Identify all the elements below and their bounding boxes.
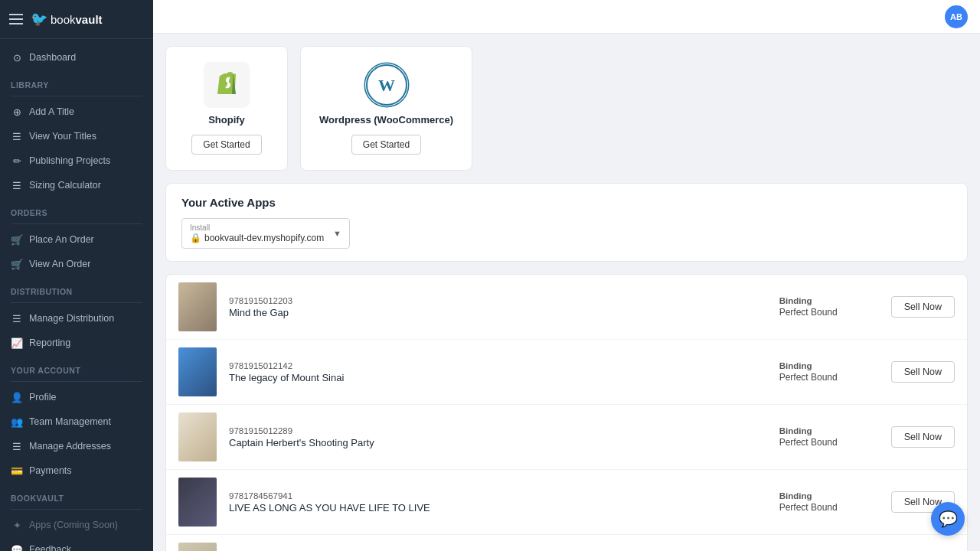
logo: 🐦 bookvault bbox=[31, 11, 103, 28]
place-order-icon: 🛒 bbox=[11, 233, 23, 246]
sell-now-button[interactable]: Sell Now bbox=[891, 296, 955, 318]
table-row: 9781915012296 Molière and the tradition … bbox=[166, 535, 967, 551]
sidebar-nav: ⊙ Dashboard Library ⊕ Add A Title ☰ View… bbox=[0, 39, 153, 551]
sidebar-item-manage-distribution[interactable]: ☰ Manage Distribution bbox=[0, 306, 153, 331]
install-select[interactable]: Install 🔒 bookvault-dev.myshopify.com ▼ bbox=[181, 218, 350, 249]
table-row: 9781915012203 Mind the Gap Binding Perfe… bbox=[166, 275, 967, 340]
hamburger-menu-button[interactable] bbox=[9, 14, 23, 24]
table-row: 9781915012142 The legacy of Mount Sinai … bbox=[166, 340, 967, 405]
binding-info: Binding Perfect Bound bbox=[779, 296, 879, 318]
binding-value: Perfect Bound bbox=[779, 502, 879, 513]
sidebar-item-add-title[interactable]: ⊕ Add A Title bbox=[0, 99, 153, 124]
sidebar-item-reporting[interactable]: 📈 Reporting bbox=[0, 331, 153, 355]
sidebar-item-label: Manage Addresses bbox=[29, 441, 111, 452]
binding-info: Binding Perfect Bound bbox=[779, 491, 879, 513]
book-thumbnail bbox=[178, 412, 217, 461]
binding-label: Binding bbox=[779, 426, 879, 435]
sizing-icon: ☰ bbox=[11, 179, 23, 191]
sidebar-item-label: Place An Order bbox=[29, 234, 94, 245]
binding-info: Binding Perfect Bound bbox=[779, 426, 879, 448]
install-value: bookvault-dev.myshopify.com bbox=[204, 233, 324, 243]
topbar: AB bbox=[153, 0, 980, 34]
shopify-logo-svg bbox=[204, 62, 250, 108]
shopify-name: Shopify bbox=[208, 114, 245, 126]
sidebar-item-label: Feedback bbox=[29, 544, 71, 551]
payments-icon: 💳 bbox=[11, 465, 23, 477]
sidebar-item-team-management[interactable]: 👥 Team Management bbox=[0, 409, 153, 434]
content-area: Shopify Get Started W Wordpress (WooComm… bbox=[153, 34, 980, 551]
binding-label: Binding bbox=[779, 296, 879, 305]
book-isbn: 9781915012142 bbox=[229, 361, 767, 370]
reporting-icon: 📈 bbox=[11, 337, 23, 349]
distribution-divider bbox=[11, 302, 142, 303]
library-section-label: Library bbox=[0, 70, 153, 93]
add-title-icon: ⊕ bbox=[11, 106, 23, 118]
view-order-icon: 🛒 bbox=[11, 258, 23, 270]
sell-now-button[interactable]: Sell Now bbox=[891, 426, 955, 448]
book-isbn: 9781915012289 bbox=[229, 426, 767, 435]
view-titles-icon: ☰ bbox=[11, 130, 23, 142]
chat-bubble-button[interactable]: 💬 bbox=[931, 502, 965, 536]
sidebar-item-label: Add A Title bbox=[29, 106, 74, 117]
binding-value: Perfect Bound bbox=[779, 307, 879, 318]
sidebar-item-sizing-calculator[interactable]: ☰ Sizing Calculator bbox=[0, 173, 153, 197]
titles-section: 9781915012203 Mind the Gap Binding Perfe… bbox=[165, 274, 968, 551]
book-isbn: 9781784567941 bbox=[229, 491, 767, 500]
sidebar-item-manage-addresses[interactable]: ☰ Manage Addresses bbox=[0, 434, 153, 458]
install-row: Install 🔒 bookvault-dev.myshopify.com ▼ bbox=[181, 218, 952, 249]
sidebar-item-dashboard[interactable]: ⊙ Dashboard bbox=[0, 45, 153, 70]
address-icon: ☰ bbox=[11, 440, 23, 452]
shopify-get-started-button[interactable]: Get Started bbox=[191, 135, 261, 155]
book-thumbnail bbox=[178, 282, 217, 331]
wordpress-logo: W bbox=[364, 62, 410, 108]
sidebar-item-label: Manage Distribution bbox=[29, 313, 114, 324]
sidebar-item-view-titles[interactable]: ☰ View Your Titles bbox=[0, 124, 153, 148]
account-section-label: Your Account bbox=[0, 355, 153, 378]
book-title: Mind the Gap bbox=[229, 307, 767, 318]
wordpress-logo-svg: W bbox=[364, 62, 410, 108]
wordpress-get-started-button[interactable]: Get Started bbox=[351, 135, 421, 155]
book-title: The legacy of Mount Sinai bbox=[229, 372, 767, 383]
sidebar-item-publishing-projects[interactable]: ✏ Publishing Projects bbox=[0, 148, 153, 173]
sidebar-item-place-order[interactable]: 🛒 Place An Order bbox=[0, 227, 153, 252]
shopify-logo bbox=[204, 62, 250, 108]
book-title: Captain Herbert's Shooting Party bbox=[229, 437, 767, 448]
binding-label: Binding bbox=[779, 491, 879, 500]
sidebar: 🐦 bookvault ⊙ Dashboard Library ⊕ Add A … bbox=[0, 0, 153, 551]
shopify-card: Shopify Get Started bbox=[165, 46, 288, 171]
lock-icon: 🔒 bbox=[190, 233, 201, 243]
book-info: 9781915012142 The legacy of Mount Sinai bbox=[229, 361, 767, 383]
sidebar-item-label: Reporting bbox=[29, 337, 70, 348]
bookvault-divider bbox=[11, 509, 142, 510]
wordpress-card: W Wordpress (WooCommerce) Get Started bbox=[300, 46, 472, 171]
sidebar-item-view-order[interactable]: 🛒 View An Order bbox=[0, 252, 153, 276]
book-isbn: 9781915012203 bbox=[229, 296, 767, 305]
team-icon: 👥 bbox=[11, 416, 23, 428]
sidebar-item-payments[interactable]: 💳 Payments bbox=[0, 458, 153, 483]
sidebar-item-label: Profile bbox=[29, 392, 56, 403]
library-divider bbox=[11, 96, 142, 96]
sidebar-header: 🐦 bookvault bbox=[0, 0, 153, 39]
book-info: 9781915012203 Mind the Gap bbox=[229, 296, 767, 318]
chat-icon: 💬 bbox=[939, 510, 958, 528]
app-cards-row: Shopify Get Started W Wordpress (WooComm… bbox=[165, 46, 968, 171]
main-content: AB Shopify Get Started bbox=[153, 0, 980, 551]
book-title: LIVE AS LONG AS YOU HAVE LIFE TO LIVE bbox=[229, 502, 767, 514]
book-info: 9781915012289 Captain Herbert's Shooting… bbox=[229, 426, 767, 448]
binding-info: Binding Perfect Bound bbox=[779, 361, 879, 383]
profile-icon: 👤 bbox=[11, 391, 23, 403]
book-info: 9781784567941 LIVE AS LONG AS YOU HAVE L… bbox=[229, 491, 767, 514]
sell-now-button[interactable]: Sell Now bbox=[891, 361, 955, 383]
binding-label: Binding bbox=[779, 361, 879, 370]
sidebar-item-feedback[interactable]: 💬 Feedback bbox=[0, 537, 153, 551]
svg-text:W: W bbox=[378, 76, 395, 95]
chevron-down-icon: ▼ bbox=[333, 229, 341, 238]
orders-section-label: Orders bbox=[0, 197, 153, 220]
active-apps-title: Your Active Apps bbox=[181, 196, 952, 209]
book-thumbnail bbox=[178, 347, 217, 396]
active-apps-section: Your Active Apps Install 🔒 bookvault-dev… bbox=[165, 183, 968, 262]
sidebar-item-apps[interactable]: ✦ Apps (Coming Soon) bbox=[0, 513, 153, 537]
avatar[interactable]: AB bbox=[945, 5, 968, 28]
wordpress-name: Wordpress (WooCommerce) bbox=[319, 114, 453, 126]
sidebar-item-profile[interactable]: 👤 Profile bbox=[0, 385, 153, 409]
